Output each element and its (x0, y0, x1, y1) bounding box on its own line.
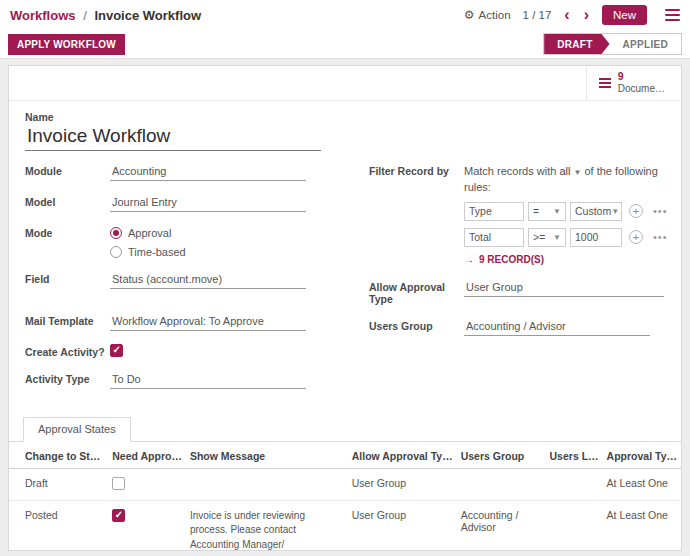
form-body: Name Invoice Workflow Module Accounting … (9, 101, 681, 402)
cell-users-group[interactable] (457, 468, 546, 500)
radio-icon[interactable] (110, 246, 122, 258)
mode-option-time-based-label: Time-based (128, 246, 186, 258)
chevron-down-icon: ▼ (573, 168, 581, 177)
column-header-allow-approval-type[interactable]: Allow Approval Ty… (348, 442, 457, 469)
column-header-users-group[interactable]: Users Group (457, 442, 546, 469)
filter-match-text: Match records with all ▼ of the followin… (464, 163, 668, 196)
form-right-column: Filter Record by Match records with all … (369, 163, 668, 402)
apply-workflow-button[interactable]: APPLY WORKFLOW (8, 34, 125, 55)
cell-show-message[interactable] (186, 468, 348, 500)
cell-show-message[interactable]: Invoice is under reviewing process. Plea… (186, 500, 348, 551)
notebook-tabs: Approval States (9, 416, 681, 442)
statusbar: DRAFT APPLIED (543, 33, 682, 55)
mail-template-label: Mail Template (25, 313, 110, 327)
users-group-input[interactable]: Accounting / Advisor (464, 318, 650, 336)
pager-next-button[interactable]: › (583, 7, 590, 23)
arrow-right-icon: → (464, 254, 474, 265)
activity-type-label: Activity Type (25, 371, 110, 385)
name-input[interactable]: Invoice Workflow (25, 125, 321, 151)
column-header-users-list[interactable]: Users L… (546, 442, 603, 469)
documents-label: Docume… (618, 83, 665, 96)
column-header-show-message[interactable]: Show Message (186, 442, 348, 469)
users-group-label: Users Group (369, 318, 464, 332)
module-input[interactable]: Accounting (110, 163, 306, 181)
model-label: Model (25, 194, 110, 208)
filter-rule-row: Total >= ▼ 1000 + ••• (464, 228, 668, 247)
form-left-column: Module Accounting Model Journal Entry Mo… (25, 163, 369, 402)
breadcrumb: Workflows / Invoice Workflow (10, 8, 201, 23)
filter-record-label: Filter Record by (369, 163, 464, 177)
status-draft[interactable]: DRAFT (544, 34, 609, 54)
table-header-row: Change to St… Need Appro… Show Message A… (9, 442, 681, 469)
mode-option-approval-label: Approval (128, 227, 171, 239)
approval-states-table: Change to St… Need Appro… Show Message A… (9, 442, 681, 551)
add-rule-icon[interactable]: + (629, 230, 643, 244)
control-panel: Workflows / Invoice Workflow ⚙ Action 1 … (0, 0, 690, 30)
mail-template-input[interactable]: Workflow Approval: To Approve (110, 313, 306, 331)
cell-users-list[interactable] (546, 468, 603, 500)
documents-stat-button[interactable]: 9 Docume… (586, 66, 681, 100)
mode-radio-group: Approval Time-based (110, 225, 186, 258)
status-applied[interactable]: APPLIED (610, 34, 681, 54)
cell-users-list[interactable] (546, 500, 603, 551)
mode-option-time-based[interactable]: Time-based (110, 246, 186, 258)
action-menu-button[interactable]: ⚙ Action (464, 8, 511, 22)
breadcrumb-parent-link[interactable]: Workflows (10, 8, 76, 23)
radio-icon[interactable] (110, 227, 122, 239)
model-input[interactable]: Journal Entry (110, 194, 306, 212)
allow-approval-type-select[interactable]: User Group (464, 279, 664, 297)
cell-allow-approval-type[interactable]: User Group (348, 468, 457, 500)
gear-icon: ⚙ (464, 8, 475, 22)
allow-approval-type-label: Allow Approval Type (369, 279, 464, 305)
add-rule-icon[interactable]: + (629, 204, 643, 218)
rule-field-input[interactable]: Total (464, 228, 524, 247)
hamburger-menu-icon[interactable] (665, 9, 680, 21)
filter-rules: Type = ▼ Custom ▼ + ••• (464, 202, 668, 247)
breadcrumb-current: Invoice Workflow (94, 8, 201, 23)
rule-more-icon[interactable]: ••• (653, 231, 668, 243)
control-panel-right: ⚙ Action 1 / 17 ‹ › New (464, 5, 680, 25)
chevron-down-icon: ▼ (611, 207, 619, 216)
pager-counter[interactable]: 1 / 17 (523, 9, 552, 21)
column-header-change-to[interactable]: Change to St… (9, 442, 108, 469)
tab-approval-states[interactable]: Approval States (23, 417, 131, 442)
rule-value-select[interactable]: Custom ▼ (570, 202, 622, 221)
new-button[interactable]: New (602, 5, 647, 25)
rule-operator-select[interactable]: = ▼ (528, 202, 566, 221)
activity-type-input[interactable]: To Do (110, 371, 306, 389)
need-approval-checkbox[interactable] (112, 509, 125, 522)
column-header-approval-type[interactable]: Approval Ty… (603, 442, 681, 469)
cell-change-to[interactable]: Posted (9, 500, 108, 551)
documents-count: 9 (618, 70, 665, 83)
create-activity-label: Create Activity? (25, 344, 110, 358)
chevron-down-icon: ▼ (553, 207, 561, 216)
rule-value-input[interactable]: 1000 (570, 228, 622, 247)
rule-operator-select[interactable]: >= ▼ (528, 228, 566, 247)
table-row-posted[interactable]: Posted Invoice is under reviewing proces… (9, 500, 681, 551)
content-area: 9 Docume… Name Invoice Workflow Module A… (0, 59, 690, 556)
rule-field-input[interactable]: Type (464, 202, 524, 221)
column-header-need-approval[interactable]: Need Appro… (108, 442, 186, 469)
rule-more-icon[interactable]: ••• (653, 205, 668, 217)
name-label: Name (25, 111, 665, 123)
mode-option-approval[interactable]: Approval (110, 227, 186, 239)
need-approval-checkbox[interactable] (112, 477, 125, 490)
match-mode-select[interactable]: all ▼ (559, 165, 581, 177)
chevron-down-icon: ▼ (553, 233, 561, 242)
field-input[interactable]: Status (account.move) (110, 271, 306, 289)
cell-allow-approval-type[interactable]: User Group (348, 500, 457, 551)
field-label: Field (25, 271, 110, 285)
create-activity-checkbox[interactable] (110, 344, 123, 357)
cell-approval-type[interactable]: At Least One (603, 500, 681, 551)
list-icon (599, 78, 611, 88)
records-count-link[interactable]: → 9 RECORD(S) (464, 254, 668, 265)
pager-previous-button[interactable]: ‹ (563, 7, 570, 23)
cell-approval-type[interactable]: At Least One (603, 468, 681, 500)
table-row-draft[interactable]: Draft User Group At Least One (9, 468, 681, 500)
mode-label: Mode (25, 225, 110, 239)
module-label: Module (25, 163, 110, 177)
cell-users-group[interactable]: Accounting / Advisor (457, 500, 546, 551)
cell-change-to[interactable]: Draft (9, 468, 108, 500)
action-bar: APPLY WORKFLOW DRAFT APPLIED (0, 30, 690, 59)
form-sheet: 9 Docume… Name Invoice Workflow Module A… (8, 65, 682, 551)
